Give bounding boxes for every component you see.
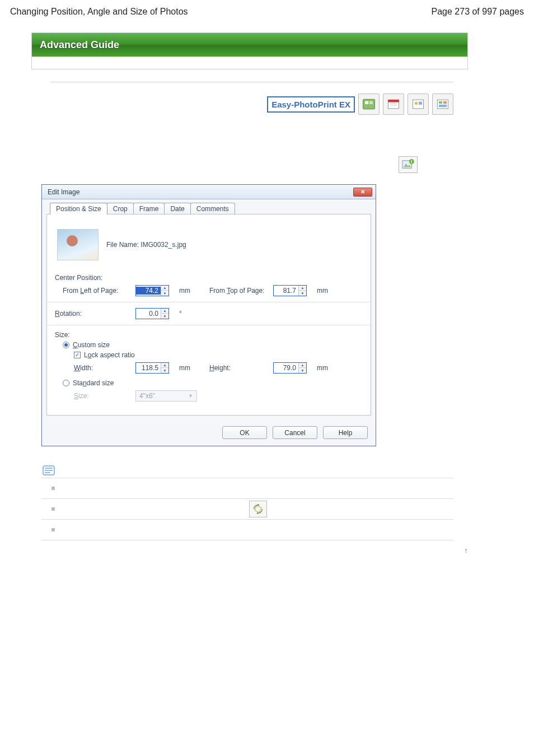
tab-crop[interactable]: Crop xyxy=(107,203,134,214)
spinner-icon[interactable]: ▲▼ xyxy=(161,363,168,373)
svg-rect-13 xyxy=(439,105,447,107)
bullet-icon xyxy=(51,528,55,531)
spinner-icon[interactable]: ▲▼ xyxy=(298,286,306,296)
tab-frame[interactable]: Frame xyxy=(133,203,165,214)
note-line-2 xyxy=(41,500,453,518)
bullet-icon xyxy=(51,507,55,511)
radio-on-icon xyxy=(63,342,69,348)
unit-mm: mm xyxy=(179,287,190,295)
from-top-value: 81.7 xyxy=(274,287,298,295)
rotation-input[interactable]: 0.0 ▲▼ xyxy=(135,308,169,319)
height-label: Height: xyxy=(198,364,265,372)
page-indicator: Page 273 of 997 pages xyxy=(432,7,524,17)
svg-rect-22 xyxy=(255,506,261,512)
epp-label: Easy-PhotoPrint EX xyxy=(267,96,355,113)
std-size-label: Size: xyxy=(74,392,128,400)
tab-date[interactable]: Date xyxy=(164,203,190,214)
advanced-guide-label: Advanced Guide xyxy=(40,39,119,51)
from-left-input[interactable]: 74.2 ▲▼ xyxy=(135,285,169,296)
svg-rect-4 xyxy=(388,100,399,102)
size-label: Size: xyxy=(55,331,363,339)
svg-rect-9 xyxy=(419,102,422,105)
advanced-guide-panel: Advanced Guide xyxy=(31,32,468,69)
svg-marker-23 xyxy=(258,504,260,506)
page-top-link[interactable]: ↑ xyxy=(31,542,468,555)
unit-mm: mm xyxy=(317,364,328,372)
epp-sticker-icon[interactable] xyxy=(407,94,429,115)
standard-size-radio[interactable]: Standard size xyxy=(55,379,363,387)
tab-position-size[interactable]: Position & Size xyxy=(50,203,107,214)
spinner-icon[interactable]: ▲▼ xyxy=(298,363,306,373)
standard-size-label: Standard size xyxy=(73,379,114,387)
custom-size-label: Custom size xyxy=(73,341,110,349)
epp-toolbar: Easy-PhotoPrint EX xyxy=(50,88,453,117)
svg-rect-11 xyxy=(439,101,442,104)
rotation-label: Rotation: xyxy=(55,310,128,318)
lock-aspect-checkbox[interactable]: Lock aspect ratio xyxy=(55,351,363,359)
divider xyxy=(47,325,371,325)
custom-size-radio[interactable]: Custom size xyxy=(55,341,363,349)
epp-calendar-icon[interactable] xyxy=(383,94,404,115)
edit-image-dialog: Edit Image ✕ Position & Size Crop Frame … xyxy=(41,184,376,446)
svg-rect-2 xyxy=(369,101,373,104)
note-line-3 xyxy=(41,521,453,539)
std-size-select: 4"x6" ▼ xyxy=(135,390,197,402)
svg-rect-10 xyxy=(437,100,448,109)
ok-button[interactable]: OK xyxy=(222,426,267,439)
note-line-1 xyxy=(41,479,453,497)
width-label: Width: xyxy=(74,364,128,372)
unit-mm: mm xyxy=(317,287,328,295)
close-button[interactable]: ✕ xyxy=(353,188,372,197)
free-rotate-icon[interactable] xyxy=(249,501,267,517)
epp-layout-icon[interactable] xyxy=(432,94,453,115)
file-name-label: File Name: IMG0032_s.jpg xyxy=(106,241,186,249)
tab-comments[interactable]: Comments xyxy=(190,203,235,214)
divider xyxy=(50,82,453,82)
svg-rect-1 xyxy=(365,101,368,104)
width-input[interactable]: 118.5 ▲▼ xyxy=(135,362,169,374)
epp-album-icon[interactable] xyxy=(358,94,380,115)
rotation-value: 0.0 xyxy=(136,310,161,318)
spinner-icon[interactable]: ▲▼ xyxy=(161,286,168,296)
photo-thumbnail xyxy=(57,229,99,260)
width-value: 118.5 xyxy=(136,364,161,372)
rotation-unit: ° xyxy=(179,310,182,318)
cancel-button[interactable]: Cancel xyxy=(273,426,317,439)
svg-point-8 xyxy=(415,102,418,105)
spinner-icon[interactable]: ▲▼ xyxy=(161,309,168,319)
svg-rect-12 xyxy=(443,101,447,104)
lock-aspect-label: Lock aspect ratio xyxy=(84,351,135,359)
from-top-label: From Top of Page: xyxy=(198,287,265,295)
notes-section xyxy=(41,464,453,540)
page-title: Changing Position, Angle and Size of Pho… xyxy=(10,7,188,17)
help-button[interactable]: Help xyxy=(323,426,368,439)
dialog-tabs: Position & Size Crop Frame Date Comments xyxy=(42,199,376,214)
divider xyxy=(47,302,371,302)
from-left-label: From Left of Page: xyxy=(55,287,128,295)
note-icon xyxy=(41,464,56,477)
advanced-guide-sub xyxy=(32,57,467,69)
chevron-down-icon: ▼ xyxy=(188,393,193,399)
from-top-input[interactable]: 81.7 ▲▼ xyxy=(273,285,307,296)
from-left-value: 74.2 xyxy=(136,287,161,295)
tab-panel-position-size: File Name: IMG0032_s.jpg Center Position… xyxy=(46,214,371,416)
radio-off-icon xyxy=(63,380,69,386)
svg-rect-0 xyxy=(363,99,375,109)
height-input[interactable]: 79.0 ▲▼ xyxy=(273,362,307,374)
height-value: 79.0 xyxy=(274,364,298,372)
image-info-button[interactable]: i xyxy=(399,156,418,173)
unit-mm: mm xyxy=(179,364,190,372)
svg-marker-24 xyxy=(256,512,258,515)
bullet-icon xyxy=(51,487,55,490)
std-size-value: 4"x6" xyxy=(139,392,155,400)
center-position-label: Center Position: xyxy=(55,274,363,282)
checkbox-on-icon xyxy=(74,352,81,358)
svg-text:i: i xyxy=(411,159,412,164)
close-icon: ✕ xyxy=(360,189,365,195)
advanced-guide-bar: Advanced Guide xyxy=(32,33,467,57)
dialog-title: Edit Image xyxy=(48,188,79,196)
